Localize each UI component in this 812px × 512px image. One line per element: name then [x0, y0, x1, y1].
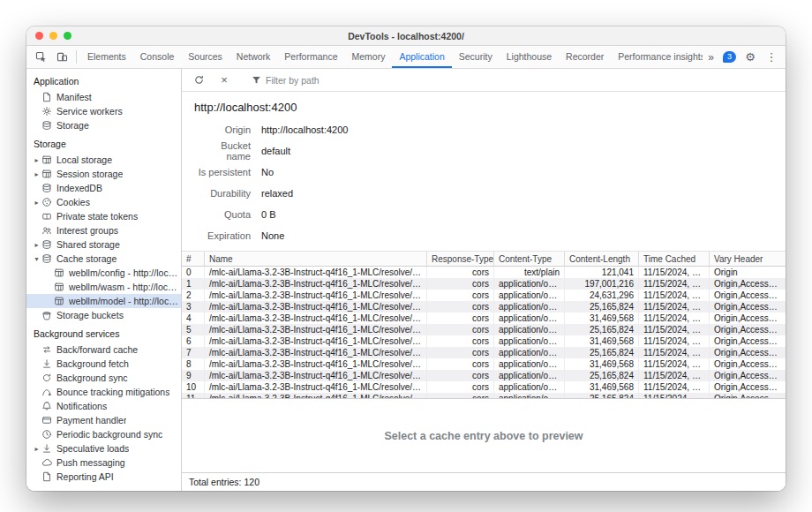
sidebar-item[interactable]: webllm/config - http://loc… [26, 266, 181, 280]
expand-arrow-icon[interactable]: ▾ [32, 255, 41, 263]
cell-time-cached: 11/15/2024, 10… [639, 301, 710, 312]
cell-content-length: 31,469,568 [565, 312, 639, 324]
tree-item-icon [41, 415, 52, 425]
sidebar-item[interactable]: ▾ Cache storage [26, 252, 181, 266]
tree-item-icon [41, 358, 52, 369]
sidebar-item[interactable]: IndexedDB [26, 181, 181, 195]
column-header[interactable]: Name [205, 252, 427, 266]
cell-content-type: text/plain [494, 267, 565, 278]
sidebar-item[interactable]: Private state tokens [26, 209, 181, 223]
inspect-element-icon[interactable] [30, 46, 51, 68]
devtools-tab[interactable]: Performance insights [611, 46, 703, 68]
sidebar-item[interactable]: Reporting API [26, 470, 181, 484]
cell-content-length: 31,469,568 [565, 335, 639, 347]
table-row[interactable]: 0 /mlc-ai/Llama-3.2-3B-Instruct-q4f16_1-… [182, 267, 786, 278]
more-options-icon[interactable]: ⋮ [761, 46, 782, 68]
table-row[interactable]: 7 /mlc-ai/Llama-3.2-3B-Instruct-q4f16_1-… [182, 347, 786, 358]
devtools-tab[interactable]: Memory [344, 46, 392, 68]
table-row[interactable]: 1 /mlc-ai/Llama-3.2-3B-Instruct-q4f16_1-… [182, 278, 786, 290]
sidebar-item[interactable]: ▸ Cookies [26, 195, 181, 209]
sidebar-section-items: Manifest Service workers Storage [26, 90, 181, 132]
sidebar-item-label: Session storage [56, 169, 123, 179]
device-toolbar-icon[interactable] [51, 46, 72, 68]
cell-content-length: 31,469,568 [565, 358, 639, 370]
column-header[interactable]: Vary Header [710, 252, 786, 266]
tree-item-icon [54, 296, 64, 306]
column-header[interactable]: Content-Type [494, 252, 565, 266]
column-header[interactable]: Response-Type [427, 252, 494, 266]
sidebar-item[interactable]: Interest groups [26, 223, 181, 237]
expand-arrow-icon[interactable]: ▸ [32, 445, 41, 453]
table-row[interactable]: 10 /mlc-ai/Llama-3.2-3B-Instruct-q4f16_1… [182, 381, 786, 393]
table-row[interactable]: 9 /mlc-ai/Llama-3.2-3B-Instruct-q4f16_1-… [182, 370, 786, 381]
issues-counter[interactable]: 3 [719, 46, 740, 68]
sidebar-item[interactable]: ▸ Speculative loads [26, 441, 181, 456]
expand-arrow-icon[interactable]: ▸ [32, 156, 41, 164]
sidebar-item[interactable]: webllm/wasm - http://loca… [26, 280, 181, 294]
column-header[interactable]: Time Cached [639, 252, 710, 266]
cell-name: /mlc-ai/Llama-3.2-3B-Instruct-q4f16_1-ML… [205, 324, 427, 335]
sidebar-item[interactable]: ▸ Local storage [26, 153, 181, 167]
sidebar-item[interactable]: Periodic background sync [26, 427, 181, 441]
sidebar-item[interactable]: webllm/model - http://loc… [26, 294, 181, 308]
cell-time-cached: 11/15/2024, 10… [639, 324, 710, 335]
cell-name: /mlc-ai/Llama-3.2-3B-Instruct-q4f16_1-ML… [205, 381, 427, 393]
filter-by-path-input[interactable]: Filter by path [252, 75, 320, 86]
settings-gear-icon[interactable]: ⚙ [740, 46, 761, 68]
sidebar-item[interactable]: Notifications [26, 399, 181, 413]
sidebar-item[interactable]: ▸ Shared storage [26, 237, 181, 252]
expand-arrow-icon[interactable]: ▸ [32, 241, 41, 249]
sidebar-item[interactable]: Payment handler [26, 413, 181, 427]
expand-arrow-icon[interactable]: ▸ [32, 170, 41, 178]
sidebar-item[interactable]: Push messaging [26, 456, 181, 470]
sidebar-item[interactable]: ▸ Session storage [26, 167, 181, 181]
devtools-tab[interactable]: Sources [181, 46, 229, 68]
table-row[interactable]: 8 /mlc-ai/Llama-3.2-3B-Instruct-q4f16_1-… [182, 358, 786, 370]
devtools-tab[interactable]: Security [452, 46, 500, 68]
sidebar-item-label: Cache storage [56, 253, 117, 264]
sidebar-item[interactable]: Background fetch [26, 357, 181, 371]
table-row[interactable]: 5 /mlc-ai/Llama-3.2-3B-Instruct-q4f16_1-… [182, 324, 786, 335]
preview-pane: Select a cache entry above to preview [182, 398, 786, 472]
devtools-tab[interactable]: Network [229, 46, 278, 68]
window-title: DevTools - localhost:4200/ [26, 31, 786, 41]
sidebar-item[interactable]: Back/forward cache [26, 343, 181, 357]
devtools-tab[interactable]: Lighthouse [500, 46, 559, 68]
sidebar-item[interactable]: Storage [26, 118, 181, 132]
cell-response-type: cors [427, 267, 494, 278]
expand-arrow-icon[interactable]: ▸ [32, 199, 41, 207]
sidebar-section-title[interactable]: Storage [26, 132, 181, 153]
devtools-tab[interactable]: Performance [277, 46, 344, 68]
tab-label: Performance [284, 51, 337, 62]
devtools-tab[interactable]: Application [392, 46, 451, 68]
table-row[interactable]: 2 /mlc-ai/Llama-3.2-3B-Instruct-q4f16_1-… [182, 290, 786, 301]
sidebar-item-label: Service workers [56, 106, 123, 117]
sidebar-section-title[interactable]: Application [26, 72, 181, 90]
sidebar-section-title[interactable]: Background services [26, 322, 181, 343]
sidebar-item[interactable]: Service workers [26, 104, 181, 118]
cell-index: 9 [182, 370, 205, 381]
sidebar-item[interactable]: Manifest [26, 90, 181, 104]
column-header[interactable]: # [182, 252, 205, 266]
cell-time-cached: 11/15/2024, 10… [639, 335, 710, 347]
detail-value: relaxed [261, 188, 786, 199]
devtools-tab[interactable]: Recorder [559, 46, 611, 68]
table-row[interactable]: 6 /mlc-ai/Llama-3.2-3B-Instruct-q4f16_1-… [182, 335, 786, 347]
cell-index: 10 [182, 381, 205, 393]
cell-time-cached: 11/15/2024, 10… [639, 381, 710, 393]
cell-vary-header: Origin,Access… [710, 335, 786, 347]
refresh-button[interactable] [188, 74, 209, 86]
delete-selected-button[interactable]: × [214, 74, 235, 86]
total-entries-label: Total entries: 120 [189, 477, 259, 487]
table-row[interactable]: 4 /mlc-ai/Llama-3.2-3B-Instruct-q4f16_1-… [182, 312, 786, 324]
devtools-tab[interactable]: Console [133, 46, 182, 68]
cell-content-length: 25,165,824 [565, 347, 639, 358]
sidebar-item[interactable]: Bounce tracking mitigations [26, 385, 181, 399]
sidebar-item[interactable]: Background sync [26, 371, 181, 385]
cache-entries-table: #NameResponse-TypeContent-TypeContent-Le… [182, 251, 786, 398]
table-row[interactable]: 3 /mlc-ai/Llama-3.2-3B-Instruct-q4f16_1-… [182, 301, 786, 312]
devtools-tab[interactable]: Elements [80, 46, 133, 68]
column-header[interactable]: Content-Length [565, 252, 639, 266]
sidebar-item[interactable]: Storage buckets [26, 308, 181, 322]
overflow-chevron-icon[interactable]: » [703, 46, 719, 68]
